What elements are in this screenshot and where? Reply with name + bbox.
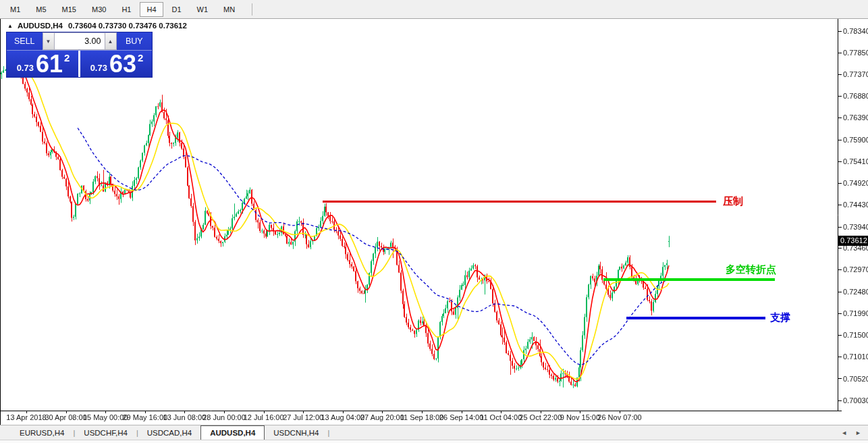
y-axis-label: 0.71990: [843, 309, 868, 318]
mt4-window: M1M5M15M30H1H4D1W1MN ▲ AUDUSD,H4 0.73604…: [0, 0, 868, 443]
y-axis-label: 0.77370: [843, 70, 868, 79]
chart-tabs-bar: EURUSD,H4|USDCHF,H4|USDCAD,H4AUDUSD,H4US…: [0, 425, 868, 440]
buy-button[interactable]: BUY: [117, 32, 153, 50]
timeframe-button-m5[interactable]: M5: [29, 2, 53, 17]
x-axis-label: 13 Aug 04:00: [321, 413, 364, 421]
buy-price-prefix: 0.73: [90, 63, 107, 73]
tab-scroll-right-button[interactable]: ►: [855, 429, 861, 436]
timeframe-button-m15[interactable]: M15: [55, 2, 83, 17]
y-axis-label: 0.71500: [843, 331, 868, 340]
y-axis-label: 0.75410: [843, 157, 868, 166]
y-axis-label: 0.70030: [843, 396, 868, 405]
y-axis-label: 0.72480: [843, 288, 868, 296]
x-axis-label: 9 Nov 15:00: [560, 413, 600, 421]
x-axis-label: 15 May 00:00: [83, 413, 128, 421]
x-axis-label: 25 Oct 22:00: [519, 413, 562, 421]
x-axis-label: 12 Jul 16:00: [244, 413, 284, 421]
tab-separator: |: [327, 429, 329, 437]
y-axis-label: 0.76880: [843, 92, 868, 101]
timeframe-toolbar: M1M5M15M30H1H4D1W1MN: [0, 0, 868, 19]
x-axis-label: 11 Oct 04:00: [480, 413, 522, 421]
x-axis-label: 13 Jun 08:00: [163, 413, 207, 421]
chart-ohlc-values: 0.73604 0.73730 0.73476 0.73612: [68, 22, 187, 30]
timeframe-button-mn[interactable]: MN: [217, 2, 242, 17]
pivot-annotation-label: 多空转折点: [726, 263, 776, 276]
sell-price-main: 61: [36, 52, 63, 76]
chart-symbol-label: AUDUSD,H4: [18, 22, 63, 30]
y-axis-label: 0.74920: [843, 179, 868, 188]
timeframe-button-m30[interactable]: M30: [85, 2, 113, 17]
resistance-annotation-label: 压制: [723, 195, 743, 208]
buy-price-pipette: 2: [138, 52, 143, 63]
sell-price-pipette: 2: [64, 52, 70, 63]
support-annotation-label: 支撑: [770, 311, 790, 324]
x-axis-label: 11 Sep 18:00: [400, 413, 444, 421]
y-axis-label: 0.70520: [843, 375, 868, 384]
x-axis-label: 29 May 16:00: [122, 413, 167, 421]
tab-scroll-arrows: ◄ ►: [841, 429, 868, 436]
x-axis-label: 26 Sep 14:00: [439, 413, 483, 421]
x-axis-label: 26 Nov 07:00: [597, 413, 641, 421]
buy-price-button[interactable]: 0.73 63 2: [80, 51, 152, 77]
y-axis-label: 0.72970: [843, 265, 868, 274]
collapse-panel-triangle-icon[interactable]: ▲: [7, 23, 13, 29]
timeframe-button-h4[interactable]: H4: [140, 2, 163, 17]
tab-usdcnh[interactable]: USDCNH,H4: [265, 425, 327, 440]
x-axis-label: 28 Jun 00:00: [202, 413, 246, 421]
current-price-tag: 0.73612: [838, 236, 868, 246]
trade-panel-top-row: SELL ▼ 3.00 ▲ BUY: [7, 32, 152, 51]
one-click-trading-panel: SELL ▼ 3.00 ▲ BUY 0.73 61 2 0.73 63 2: [6, 32, 153, 78]
y-axis-label: 0.75900: [843, 136, 868, 145]
chart-tabs: EURUSD,H4|USDCHF,H4|USDCAD,H4AUDUSD,H4US…: [11, 425, 329, 440]
x-axis-label: 30 Apr 08:00: [45, 413, 86, 421]
trade-panel-quote-row: 0.73 61 2 0.73 63 2: [7, 51, 152, 77]
volume-increase-button[interactable]: ▲: [105, 32, 117, 50]
tab-usdchf[interactable]: USDCHF,H4: [75, 425, 136, 440]
tab-audusd[interactable]: AUDUSD,H4: [200, 425, 265, 440]
y-axis-label: 0.73940: [843, 223, 868, 232]
sell-button[interactable]: SELL: [7, 32, 43, 50]
chart-title: ▲ AUDUSD,H4 0.73604 0.73730 0.73476 0.73…: [7, 21, 187, 30]
toolbar-separator: [252, 3, 252, 16]
buy-price-main: 63: [109, 52, 136, 76]
y-axis-label: 0.78340: [843, 27, 868, 36]
y-axis-label: 0.77850: [843, 49, 868, 57]
timeframe-button-m1[interactable]: M1: [3, 2, 27, 17]
tab-scroll-left-button[interactable]: ◄: [841, 429, 847, 436]
x-axis-label: 13 Apr 2018: [6, 413, 46, 421]
y-axis-label: 0.71010: [843, 353, 868, 361]
x-axis-label: 27 Aug 20:00: [360, 413, 404, 421]
y-axis-label: 0.74430: [843, 201, 868, 209]
tab-eurusd[interactable]: EURUSD,H4: [11, 425, 73, 440]
chart-window: ▲ AUDUSD,H4 0.73604 0.73730 0.73476 0.73…: [0, 19, 868, 425]
timeframe-buttons: M1M5M15M30H1H4D1W1MN: [3, 2, 244, 17]
x-axis-label: 27 Jul 12:00: [283, 413, 323, 421]
timeframe-button-d1[interactable]: D1: [165, 2, 188, 17]
timeframe-button-w1[interactable]: W1: [190, 2, 215, 17]
timeframe-button-h1[interactable]: H1: [115, 2, 138, 17]
chart-canvas[interactable]: [1, 19, 868, 425]
y-axis-label: 0.76390: [843, 113, 868, 122]
tab-usdcad[interactable]: USDCAD,H4: [138, 425, 200, 440]
status-bar: [0, 440, 868, 443]
volume-input[interactable]: 3.00: [55, 32, 105, 50]
volume-decrease-button[interactable]: ▼: [43, 32, 55, 50]
sell-price-prefix: 0.73: [17, 63, 34, 73]
sell-price-button[interactable]: 0.73 61 2: [7, 51, 78, 77]
